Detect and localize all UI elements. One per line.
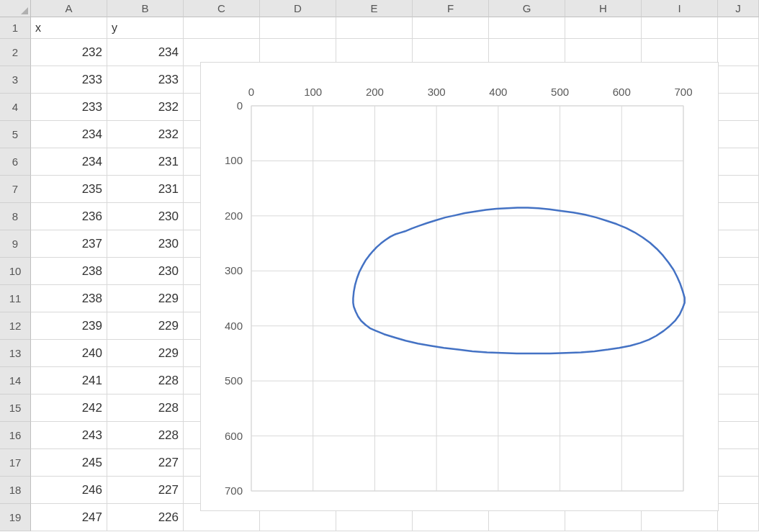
cell-A6[interactable]: 234 [31,148,107,176]
cell-J12[interactable] [718,312,759,340]
cell-A14[interactable]: 241 [31,367,107,395]
column-header-B[interactable]: B [107,0,184,17]
x-tick-label: 600 [613,86,631,98]
cell-B7[interactable]: 231 [107,176,184,203]
cell-B19[interactable]: 226 [107,504,184,531]
cell-I1[interactable] [642,17,718,39]
row-headers: 12345678910111213141516171819 [0,17,31,531]
row-header-18[interactable]: 18 [0,477,31,504]
cell-J1[interactable] [718,17,759,39]
row-header-3[interactable]: 3 [0,66,31,94]
row-header-13[interactable]: 13 [0,340,31,367]
row-header-9[interactable]: 9 [0,230,31,258]
column-header-H[interactable]: H [565,0,642,17]
cell-B6[interactable]: 231 [107,148,184,176]
cell-J5[interactable] [718,121,759,148]
cell-A5[interactable]: 234 [31,121,107,148]
cell-A10[interactable]: 238 [31,258,107,285]
spreadsheet: ABCDEFGHIJ 12345678910111213141516171819… [0,0,759,532]
cell-A12[interactable]: 239 [31,312,107,340]
cell-A19[interactable]: 247 [31,504,107,531]
cell-A16[interactable]: 243 [31,422,107,449]
row-header-8[interactable]: 8 [0,203,31,230]
cell-A15[interactable]: 242 [31,395,107,422]
cell-A2[interactable]: 232 [31,39,107,66]
cell-A13[interactable]: 240 [31,340,107,367]
row-header-16[interactable]: 16 [0,422,31,449]
cell-B11[interactable]: 229 [107,285,184,312]
column-header-A[interactable]: A [31,0,107,17]
cell-B4[interactable]: 232 [107,94,184,121]
cell-J6[interactable] [718,148,759,176]
column-header-D[interactable]: D [260,0,336,17]
cell-A7[interactable]: 235 [31,176,107,203]
cell-J3[interactable] [718,66,759,94]
cell-B18[interactable]: 227 [107,477,184,504]
cell-B1[interactable]: y [107,17,184,39]
cell-J4[interactable] [718,94,759,121]
cell-A11[interactable]: 238 [31,285,107,312]
cell-J18[interactable] [718,477,759,504]
column-header-E[interactable]: E [336,0,413,17]
row-header-2[interactable]: 2 [0,39,31,66]
row-header-17[interactable]: 17 [0,449,31,477]
cell-F1[interactable] [413,17,489,39]
cell-H1[interactable] [565,17,642,39]
cell-B17[interactable]: 227 [107,449,184,477]
cell-J13[interactable] [718,340,759,367]
cell-B8[interactable]: 230 [107,203,184,230]
cell-A9[interactable]: 237 [31,230,107,258]
select-all-corner[interactable] [0,0,31,17]
row-header-15[interactable]: 15 [0,395,31,422]
cell-B10[interactable]: 230 [107,258,184,285]
cell-D1[interactable] [260,17,336,39]
cell-B15[interactable]: 228 [107,395,184,422]
cell-B5[interactable]: 232 [107,121,184,148]
row-header-7[interactable]: 7 [0,176,31,203]
cell-J7[interactable] [718,176,759,203]
cell-B9[interactable]: 230 [107,230,184,258]
cell-A3[interactable]: 233 [31,66,107,94]
row-header-10[interactable]: 10 [0,258,31,285]
row-header-12[interactable]: 12 [0,312,31,340]
cell-J9[interactable] [718,230,759,258]
row-header-14[interactable]: 14 [0,367,31,395]
row-header-5[interactable]: 5 [0,121,31,148]
cell-C1[interactable] [184,17,260,39]
cell-B14[interactable]: 228 [107,367,184,395]
column-header-J[interactable]: J [718,0,759,17]
cell-A1[interactable]: x [31,17,107,39]
y-tick-label: 200 [225,209,243,222]
y-tick-label: 600 [225,430,243,442]
cell-J8[interactable] [718,203,759,230]
cell-J15[interactable] [718,395,759,422]
cell-A17[interactable]: 245 [31,449,107,477]
column-header-G[interactable]: G [489,0,565,17]
cell-J11[interactable] [718,285,759,312]
cell-A18[interactable]: 246 [31,477,107,504]
cell-B13[interactable]: 229 [107,340,184,367]
cell-J19[interactable] [718,504,759,531]
cell-E1[interactable] [336,17,413,39]
column-header-C[interactable]: C [184,0,260,17]
row-header-1[interactable]: 1 [0,17,31,39]
cell-J17[interactable] [718,449,759,477]
embedded-chart[interactable]: 0100200300400500600700010020030040050060… [200,62,719,511]
row-header-19[interactable]: 19 [0,504,31,531]
cell-B3[interactable]: 233 [107,66,184,94]
cell-J14[interactable] [718,367,759,395]
cell-J16[interactable] [718,422,759,449]
cell-A4[interactable]: 233 [31,94,107,121]
row-header-6[interactable]: 6 [0,148,31,176]
cell-G1[interactable] [489,17,565,39]
row-header-4[interactable]: 4 [0,94,31,121]
column-header-I[interactable]: I [642,0,718,17]
cell-B2[interactable]: 234 [107,39,184,66]
row-header-11[interactable]: 11 [0,285,31,312]
cell-J2[interactable] [718,39,759,66]
column-header-F[interactable]: F [413,0,489,17]
cell-A8[interactable]: 236 [31,203,107,230]
cell-B12[interactable]: 229 [107,312,184,340]
cell-J10[interactable] [718,258,759,285]
cell-B16[interactable]: 228 [107,422,184,449]
